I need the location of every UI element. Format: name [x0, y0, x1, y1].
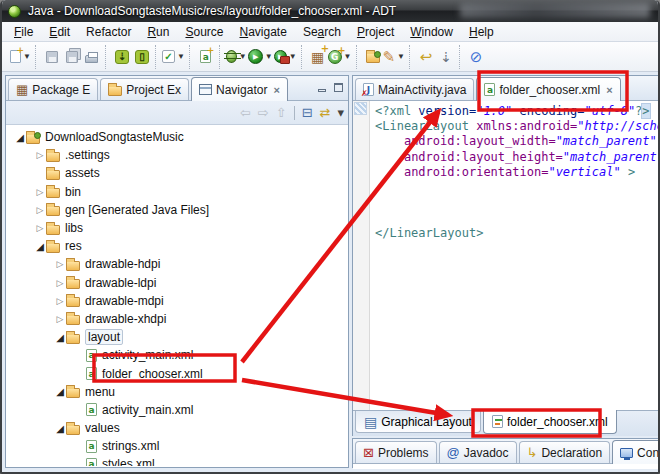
tree-item[interactable]: ▷drawable-mdpi [6, 292, 348, 310]
dropdown-arrow-icon[interactable]: ▼ [177, 52, 185, 61]
console-view: ⊠Problems@Javadoc↳DeclarationConsole [352, 438, 659, 468]
twisty-closed-icon[interactable]: ▷ [34, 150, 46, 160]
view-tab-javadoc[interactable]: @Javadoc [439, 441, 517, 463]
tree-item[interactable]: ▷drawable-hdpi [6, 255, 348, 273]
tree-item[interactable]: ▷drawable-xhdpi [6, 310, 348, 328]
view-tab-declaration[interactable]: ↳Declaration [519, 441, 611, 463]
twisty-open-icon[interactable]: ◢ [54, 423, 66, 434]
dropdown-arrow-icon[interactable]: ▼ [289, 52, 297, 61]
print-button[interactable] [82, 46, 102, 68]
android-sdk-manager-button[interactable]: ⇣ [112, 46, 132, 68]
folder-icon [46, 225, 60, 235]
new-java-project-button[interactable]: ▦ [308, 46, 328, 68]
twisty-open-icon[interactable]: ◢ [54, 386, 66, 397]
new-class-icon: G [328, 50, 342, 64]
view-tab-project-ex[interactable]: Project Ex [100, 78, 189, 100]
twisty-closed-icon[interactable]: ▷ [54, 278, 66, 288]
run-last-tool-button[interactable]: ✓▼ [162, 46, 186, 68]
avd-manager-button[interactable]: ▯ [132, 46, 152, 68]
run-play-icon: ▶ [248, 49, 263, 64]
tree-item-label: gen [Generated Java Files] [65, 203, 209, 217]
page-tab-folder-chooser-xml[interactable]: folder_chooser.xml [483, 410, 617, 434]
new-class-button[interactable]: G▼ [328, 46, 353, 68]
code-line: <LinearLayout xmlns:android="http://sche… [375, 119, 658, 134]
menu-source[interactable]: Source [177, 23, 231, 41]
twisty-open-icon[interactable]: ◢ [54, 332, 66, 343]
tab-label: Graphical Layout [381, 415, 472, 429]
editor-tab-mainactivity-java[interactable]: J✗MainActivity.java [355, 78, 474, 100]
view-tab-package-e[interactable]: ▦Package E [8, 78, 98, 100]
link-with-editor-button[interactable]: ⊘ [466, 46, 486, 68]
tree-item[interactable]: ◢res [6, 237, 348, 255]
link-with-editor-icon[interactable]: ⇄ [320, 106, 331, 119]
editor-ruler[interactable] [353, 101, 370, 410]
tree-item[interactable]: astrings.xml [6, 437, 348, 455]
view-menu-icon[interactable]: ▾ [337, 106, 344, 119]
close-icon[interactable]: × [273, 84, 279, 96]
tree-item[interactable]: ◢layout [6, 328, 348, 346]
tree-item-label: drawable-xhdpi [85, 312, 166, 326]
tree-item[interactable]: aactivity_main.xml [6, 401, 348, 419]
tree-item[interactable]: ▷drawable-ldpi [6, 274, 348, 292]
print-icon [85, 55, 98, 63]
avd-device-icon: ▯ [135, 50, 149, 64]
project-tree: ◢DownloadSongtasteMusic▷.settingsassets▷… [6, 125, 348, 466]
tree-item[interactable]: ▷libs [6, 219, 348, 237]
annotate-button[interactable]: ✎▼ [383, 46, 407, 68]
tree-item[interactable]: ◢menu [6, 383, 348, 401]
run-button[interactable]: ▶▼ [248, 46, 274, 68]
dropdown-arrow-icon[interactable]: ▼ [397, 52, 405, 61]
twisty-closed-icon[interactable]: ▷ [54, 296, 66, 306]
tree-item[interactable]: astyles.xml [6, 455, 348, 466]
open-type-button[interactable] [363, 46, 383, 68]
menu-project[interactable]: Project [349, 23, 402, 41]
twisty-closed-icon[interactable]: ▷ [34, 205, 46, 215]
save-button[interactable] [42, 46, 62, 68]
page-tab-graphical-layout[interactable]: ▤Graphical Layout [355, 411, 481, 433]
tree-item[interactable]: aactivity_main.xml [6, 346, 348, 364]
tree-item[interactable]: ▷.settings [6, 146, 348, 164]
twisty-closed-icon[interactable]: ▷ [34, 187, 46, 197]
tree-item[interactable]: assets [6, 164, 348, 182]
new-wizard-button[interactable]: ▼ [10, 46, 32, 68]
tree-item[interactable]: ▷bin [6, 183, 348, 201]
tree-item[interactable]: ▷gen [Generated Java Files] [6, 201, 348, 219]
menu-refactor[interactable]: Refactor [78, 23, 139, 41]
twisty-closed-icon[interactable]: ▷ [54, 314, 66, 324]
twisty-closed-icon[interactable]: ▷ [54, 259, 66, 269]
menu-window[interactable]: Window [402, 23, 461, 41]
tree-item[interactable]: afolder_chooser.xml [6, 364, 348, 382]
debug-button[interactable]: ▼ [226, 46, 248, 68]
collapse-all-icon[interactable]: ⊟ [302, 106, 313, 119]
twisty-closed-icon[interactable]: ▷ [34, 223, 46, 233]
menu-help[interactable]: Help [461, 23, 502, 41]
new-android-xml-button[interactable]: a [196, 46, 216, 68]
close-icon[interactable]: × [606, 84, 612, 96]
tab-label: Navigator [216, 83, 267, 97]
last-edit-location-button[interactable]: ↩ [416, 46, 436, 68]
save-all-button[interactable] [62, 46, 82, 68]
next-annotation-button[interactable]: ⇣ [436, 46, 456, 68]
view-tab-problems[interactable]: ⊠Problems [355, 441, 437, 463]
view-tab-navigator[interactable]: Navigator× [191, 77, 288, 101]
menu-search[interactable]: Search [295, 23, 349, 41]
code-line: </LinearLayout> [375, 226, 658, 241]
folder-icon [46, 243, 60, 253]
dropdown-arrow-icon[interactable]: ▼ [23, 52, 31, 61]
maximize-view-icon[interactable] [333, 81, 344, 92]
dropdown-arrow-icon[interactable]: ▼ [265, 52, 273, 61]
menu-file[interactable]: File [6, 23, 41, 41]
tree-item[interactable]: ◢values [6, 419, 348, 437]
minimize-view-icon[interactable] [316, 81, 327, 92]
tree-item[interactable]: ◢DownloadSongtasteMusic [6, 128, 348, 146]
view-tab-console[interactable]: Console [612, 440, 660, 464]
twisty-open-icon[interactable]: ◢ [14, 132, 26, 143]
menu-run[interactable]: Run [139, 23, 177, 41]
title-bar[interactable]: Java - DownloadSongtasteMusic/res/layout… [2, 0, 658, 22]
menu-navigate[interactable]: Navigate [232, 23, 295, 41]
twisty-open-icon[interactable]: ◢ [34, 241, 46, 252]
menu-edit[interactable]: Edit [41, 23, 78, 41]
profile-button[interactable]: ▶▼ [274, 46, 298, 68]
editor-tab-folder-chooser-xml[interactable]: afolder_chooser.xml× [476, 77, 620, 101]
code-area[interactable]: <?xml version="1.0" encoding="utf-8"?><L… [370, 101, 658, 410]
